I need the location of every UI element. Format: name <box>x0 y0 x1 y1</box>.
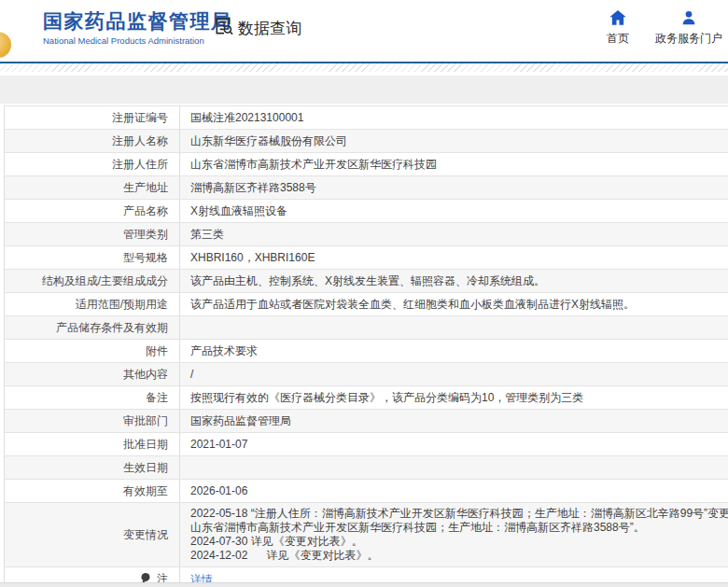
nav-home-label: 首页 <box>607 31 629 47</box>
user-icon <box>681 10 696 28</box>
change-history-line: 2024-07-30 详见《变更对比表》。 <box>190 535 728 549</box>
logo-subtitle: National Medical Products Administration <box>43 35 232 46</box>
table-row: 审批部门 国家药品监督管理局 <box>5 410 728 433</box>
row-value: 第三类 <box>180 223 728 246</box>
change-history-line: 2024-12-02 详见《变更对比表》。 <box>190 549 728 563</box>
row-label: 附件 <box>5 340 180 363</box>
row-label: 注册人住所 <box>5 153 180 176</box>
row-label: 注册人名称 <box>5 130 180 153</box>
table-row: 生效日期 <box>5 456 728 480</box>
table-row: 适用范围/预期用途 该产品适用于血站或者医院对袋装全血类、红细胞类和血小板类血液… <box>5 293 728 316</box>
table-row: 批准日期 2021-01-07 <box>5 433 728 456</box>
table-row: 附件 产品技术要求 <box>5 340 728 363</box>
doc-search-icon <box>213 15 234 41</box>
row-value <box>180 456 728 480</box>
table-row: 注册人住所 山东省淄博市高新技术产业开发区新华医疗科技园 <box>5 153 728 176</box>
row-label: 有效期至 <box>5 480 180 503</box>
change-history-line: 山东省淄博市高新技术产业开发区新华医疗科技园；生产地址：淄博高新区齐祥路3588… <box>190 521 728 535</box>
change-history-line: 2022-05-18 “注册人住所：淄博高新技术产业开发区新华医疗科技园；生产地… <box>190 507 728 521</box>
row-value: 国械注准20213100001 <box>180 106 728 130</box>
row-label: 生效日期 <box>5 456 180 480</box>
row-label: 备注 <box>5 386 180 410</box>
nmpa-emblem-icon <box>0 32 11 58</box>
registration-detail-table: 注册证编号 国械注准20213100001 注册人名称 山东新华医疗器械股份有限… <box>4 105 728 587</box>
row-value: 山东新华医疗器械股份有限公司 <box>180 130 728 153</box>
row-value: 2026-01-06 <box>180 480 728 503</box>
nav-gov-portal[interactable]: 政务服务门户 <box>655 10 722 47</box>
breadcrumb: 境内医疗器械（注册） —— “国械注准20213100001” 基本信息 <box>0 76 728 104</box>
row-label: 生产地址 <box>5 176 180 200</box>
data-query-title: 数据查询 <box>213 15 301 41</box>
table-row: 有效期至 2026-01-06 <box>5 480 728 503</box>
logo-title: 国家药品监督管理局 <box>43 10 232 33</box>
table-row: 结构及组成/主要组成成分 该产品由主机、控制系统、X射线发生装置、辐照容器、冷却… <box>5 270 728 293</box>
row-label: 其他内容 <box>5 363 180 386</box>
nav-home[interactable]: 首页 <box>607 10 629 47</box>
row-label: 产品名称 <box>5 200 180 223</box>
row-value: XHBRI160，XHBRI160E <box>180 246 728 270</box>
row-value: 淄博高新区齐祥路3588号 <box>180 176 728 200</box>
page-header: 国家药品监督管理局 National Medical Products Admi… <box>0 0 728 62</box>
row-value: 产品技术要求 <box>180 340 728 363</box>
row-value: 该产品适用于血站或者医院对袋装全血类、红细胞类和血小板类血液制品进行X射线辐照。 <box>180 293 728 316</box>
row-label: 产品储存条件及有效期 <box>5 316 180 340</box>
row-value: 2022-05-18 “注册人住所：淄博高新技术产业开发区新华医疗科技园；生产地… <box>180 503 728 567</box>
home-icon <box>609 10 626 28</box>
table-row: 注册证编号 国械注准20213100001 <box>5 106 728 130</box>
table-row: 其他内容 / <box>5 363 728 386</box>
row-value: / <box>180 363 728 386</box>
table-row-change-history: 变更情况 2022-05-18 “注册人住所：淄博高新技术产业开发区新华医疗科技… <box>5 503 728 567</box>
bottom-strip <box>0 582 728 587</box>
table-row: 备注 按照现行有效的《医疗器械分类目录》，该产品分类编码为10，管理类别为三类 <box>5 386 728 410</box>
table-row: 生产地址 淄博高新区齐祥路3588号 <box>5 176 728 200</box>
row-value: 山东省淄博市高新技术产业开发区新华医疗科技园 <box>180 153 728 176</box>
table-row: 产品储存条件及有效期 <box>5 316 728 340</box>
row-label: 变更情况 <box>5 503 180 567</box>
row-value: 按照现行有效的《医疗器械分类目录》，该产品分类编码为10，管理类别为三类 <box>180 386 728 410</box>
row-value: 2021-01-07 <box>180 433 728 456</box>
row-value <box>180 316 728 340</box>
table-row: 注册人名称 山东新华医疗器械股份有限公司 <box>5 130 728 153</box>
row-value: 该产品由主机、控制系统、X射线发生装置、辐照容器、冷却系统组成。 <box>180 270 728 293</box>
table-row: 型号规格 XHBRI160，XHBRI160E <box>5 246 728 270</box>
row-label: 注册证编号 <box>5 106 180 130</box>
row-label: 型号规格 <box>5 246 180 270</box>
table-row: 管理类别 第三类 <box>5 223 728 246</box>
hatch-band <box>0 63 728 72</box>
row-label: 批准日期 <box>5 433 180 456</box>
header-nav: 首页 政务服务门户 <box>607 10 722 47</box>
row-label: 结构及组成/主要组成成分 <box>5 270 180 293</box>
data-query-label: 数据查询 <box>238 18 301 39</box>
nav-gov-portal-label: 政务服务门户 <box>655 31 722 47</box>
nmpa-logo[interactable]: 国家药品监督管理局 National Medical Products Admi… <box>43 10 232 46</box>
row-value: X射线血液辐照设备 <box>180 200 728 223</box>
table-row: 产品名称 X射线血液辐照设备 <box>5 200 728 223</box>
row-label: 管理类别 <box>5 223 180 246</box>
row-label: 审批部门 <box>5 410 180 433</box>
row-label: 适用范围/预期用途 <box>5 293 180 316</box>
row-value: 国家药品监督管理局 <box>180 410 728 433</box>
